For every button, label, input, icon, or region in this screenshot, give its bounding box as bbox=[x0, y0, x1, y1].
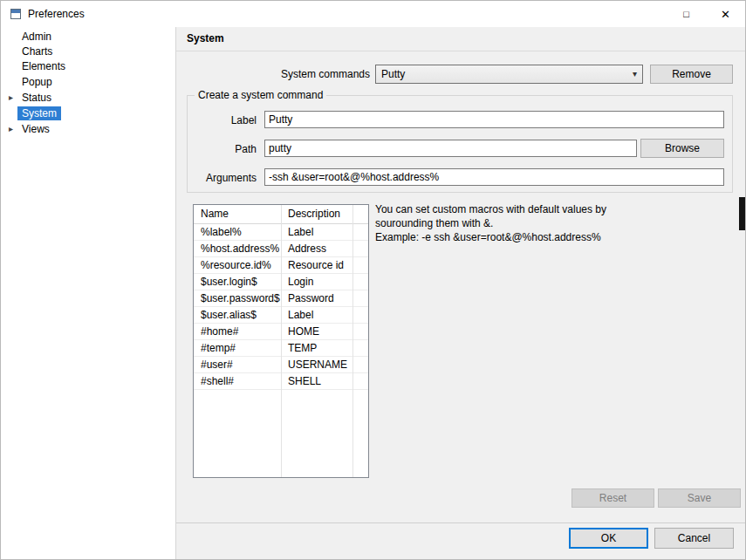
sidebar-item-system[interactable]: System bbox=[1, 106, 175, 121]
column-header-description: Description bbox=[281, 205, 352, 223]
help-line: sourounding them with &. bbox=[375, 216, 724, 230]
sidebar-item-label: Elements bbox=[22, 60, 65, 72]
maximize-button[interactable]: □ bbox=[667, 1, 706, 27]
sidebar-item-label: Status bbox=[22, 92, 51, 104]
remove-button[interactable]: Remove bbox=[650, 65, 733, 84]
save-button[interactable]: Save bbox=[658, 488, 741, 508]
macro-name-cell: #temp# bbox=[194, 340, 281, 356]
group-title: Create a system command bbox=[195, 89, 326, 101]
system-settings-panel: System System commands Putty ▾ Remove Cr… bbox=[176, 27, 745, 559]
app-icon bbox=[10, 8, 22, 20]
create-system-command-group: Create a system command Label Path Brows… bbox=[187, 95, 733, 193]
page-title: System bbox=[187, 27, 224, 51]
label-field-label: Label bbox=[188, 112, 257, 129]
reset-button[interactable]: Reset bbox=[571, 488, 654, 508]
macro-description-cell: Resource id bbox=[281, 257, 352, 273]
column-divider bbox=[281, 205, 282, 477]
bottom-divider bbox=[176, 522, 745, 523]
preferences-sidebar: Admin Charts Elements Popup ▸ Status Sys… bbox=[1, 27, 176, 559]
dropdown-value: Putty bbox=[381, 68, 405, 80]
macro-name-cell: #user# bbox=[194, 357, 281, 372]
close-button[interactable]: ✕ bbox=[706, 1, 745, 27]
macro-name-cell: #home# bbox=[194, 324, 281, 339]
sidebar-item-popup[interactable]: Popup bbox=[1, 74, 175, 90]
sidebar-item-views[interactable]: ▸ Views bbox=[1, 121, 175, 137]
macro-description-cell: Login bbox=[281, 274, 352, 290]
macro-name-cell: $user.password$ bbox=[194, 290, 281, 306]
sidebar-item-label: Views bbox=[22, 123, 50, 135]
macro-help-text: You can set custom macros with default v… bbox=[375, 202, 724, 244]
macro-description-cell: Password bbox=[281, 290, 352, 306]
macro-description-cell: Label bbox=[281, 307, 352, 323]
macro-name-cell: $user.alias$ bbox=[194, 307, 281, 323]
macro-description-cell: USERNAME bbox=[281, 357, 352, 372]
preferences-window: Preferences □ ✕ Admin Charts Elements Po… bbox=[0, 0, 746, 560]
window-title: Preferences bbox=[28, 1, 85, 27]
sidebar-item-label: System bbox=[17, 106, 61, 120]
title-bar[interactable]: Preferences □ ✕ bbox=[1, 1, 745, 27]
path-input[interactable] bbox=[264, 140, 637, 157]
sidebar-item-label: Popup bbox=[22, 76, 52, 88]
chevron-right-icon[interactable]: ▸ bbox=[9, 90, 13, 106]
cancel-button[interactable]: Cancel bbox=[654, 528, 734, 549]
macro-name-cell: #shell# bbox=[194, 373, 281, 389]
sidebar-item-label: Charts bbox=[22, 45, 52, 58]
chevron-down-icon: ▾ bbox=[633, 65, 637, 83]
arguments-field-label: Arguments bbox=[188, 169, 257, 187]
macro-table: Name Description %label% Label %host.add… bbox=[193, 204, 369, 478]
help-line: You can set custom macros with default v… bbox=[375, 202, 724, 216]
column-header-name: Name bbox=[194, 205, 281, 223]
column-divider bbox=[352, 205, 353, 477]
browse-button[interactable]: Browse bbox=[640, 139, 724, 158]
close-icon: ✕ bbox=[721, 8, 730, 21]
macro-description-cell: HOME bbox=[281, 324, 352, 339]
arguments-input[interactable] bbox=[264, 168, 724, 186]
panel-header: System bbox=[176, 27, 745, 51]
sidebar-item-charts[interactable]: Charts bbox=[1, 44, 175, 59]
maximize-icon: □ bbox=[683, 9, 689, 19]
system-commands-dropdown[interactable]: Putty ▾ bbox=[375, 65, 643, 84]
help-line: Example: -e ssh &user=root&@%host.addres… bbox=[375, 230, 724, 244]
macro-name-cell: %host.address% bbox=[194, 241, 281, 256]
label-input[interactable] bbox=[264, 111, 724, 128]
macro-description-cell: SHELL bbox=[281, 373, 352, 389]
macro-name-cell: %label% bbox=[194, 224, 281, 240]
chevron-right-icon[interactable]: ▸ bbox=[9, 121, 13, 137]
sidebar-item-label: Admin bbox=[22, 31, 51, 43]
path-field-label: Path bbox=[188, 140, 257, 158]
sidebar-item-admin[interactable]: Admin bbox=[1, 29, 175, 44]
macro-description-cell: TEMP bbox=[281, 340, 352, 356]
system-commands-label: System commands bbox=[176, 65, 370, 84]
macro-name-cell: $user.login$ bbox=[194, 274, 281, 290]
foreign-window-fragment bbox=[739, 197, 745, 230]
sidebar-item-elements[interactable]: Elements bbox=[1, 58, 175, 74]
macro-description-cell: Address bbox=[281, 241, 352, 256]
sidebar-item-status[interactable]: ▸ Status bbox=[1, 90, 175, 106]
macro-name-cell: %resource.id% bbox=[194, 257, 281, 273]
macro-description-cell: Label bbox=[281, 224, 352, 240]
ok-button[interactable]: OK bbox=[569, 528, 648, 549]
